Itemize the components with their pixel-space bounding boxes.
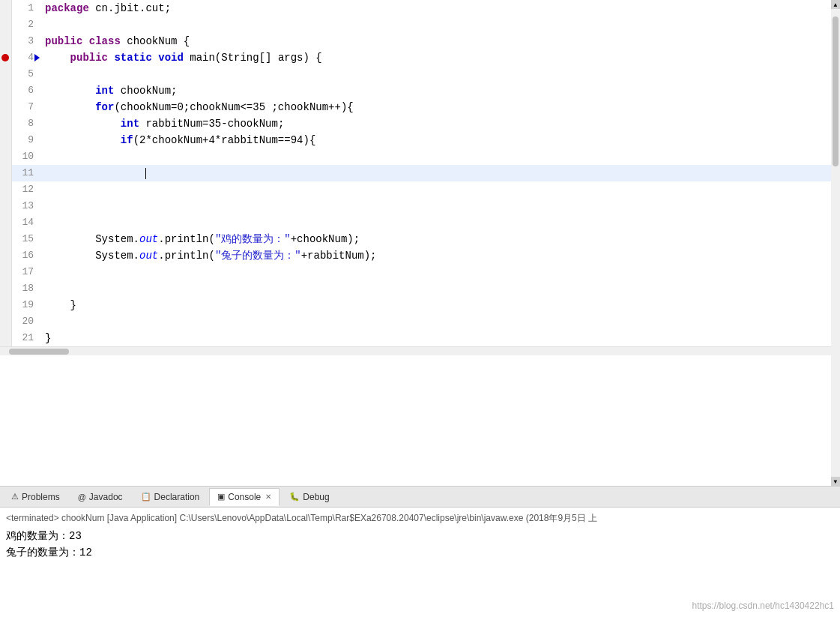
scroll-thumb[interactable] — [833, 16, 839, 166]
vertical-scrollbar[interactable]: ▲ ▼ — [831, 0, 840, 486]
javadoc-tab-icon: @ — [78, 493, 86, 502]
code-table: 1package cn.jbit.cut;23public class choo… — [0, 0, 831, 346]
line-number-18: 18 — [11, 280, 41, 297]
line-content-21[interactable]: } — [41, 330, 831, 346]
line-content-2[interactable] — [41, 16, 831, 33]
line-content-18[interactable] — [41, 280, 831, 297]
line-number-3: 3 — [11, 33, 41, 49]
editor-container: 1package cn.jbit.cut;23public class choo… — [0, 0, 840, 617]
breakpoint-col-4 — [0, 49, 11, 66]
line-number-12: 12 — [11, 181, 41, 198]
scroll-down-arrow[interactable]: ▼ — [831, 477, 840, 486]
console-output-line: 兔子的数量为：12 — [6, 544, 834, 561]
code-line-6[interactable]: 6 int chookNum; — [0, 82, 831, 99]
bookmark-indicator-4 — [34, 54, 40, 61]
code-line-10[interactable]: 10 — [0, 148, 831, 165]
declaration-tab-label: Declaration — [154, 492, 200, 502]
line-content-20[interactable] — [41, 313, 831, 330]
code-line-1[interactable]: 1package cn.jbit.cut; — [0, 0, 831, 16]
scroll-up-arrow[interactable]: ▲ — [831, 0, 840, 9]
console-tab-label: Console — [228, 492, 261, 502]
tab-javadoc[interactable]: @Javadoc — [70, 488, 131, 506]
code-line-15[interactable]: 15 System.out.println("鸡的数量为："+chookNum)… — [0, 231, 831, 247]
code-line-20[interactable]: 20 — [0, 313, 831, 330]
tab-problems[interactable]: ⚠Problems — [3, 488, 68, 506]
breakpoint-col-2 — [0, 16, 11, 33]
line-content-7[interactable]: for(chookNum=0;chookNum<=35 ;chookNum++)… — [41, 99, 831, 115]
line-number-4: 4 — [11, 49, 41, 66]
code-line-5[interactable]: 5 — [0, 66, 831, 82]
debug-tab-label: Debug — [303, 492, 329, 502]
line-content-4[interactable]: public static void main(String[] args) { — [41, 49, 831, 66]
line-content-12[interactable] — [41, 181, 831, 198]
line-content-16[interactable]: System.out.println("兔子的数量为："+rabbitNum); — [41, 247, 831, 264]
breakpoint-col-14 — [0, 214, 11, 231]
console-terminated-line: <terminated> chookNum [Java Application]… — [6, 511, 834, 528]
breakpoint-col-9 — [0, 132, 11, 148]
breakpoint-col-8 — [0, 115, 11, 132]
line-content-9[interactable]: if(2*chookNum+4*rabbitNum==94){ — [41, 132, 831, 148]
problems-tab-label: Problems — [22, 492, 60, 502]
line-number-6: 6 — [11, 82, 41, 99]
watermark-text: https://blog.csdn.net/hc1430422hc1 — [692, 601, 834, 611]
breakpoint-col-1 — [0, 0, 11, 16]
code-line-18[interactable]: 18 — [0, 280, 831, 297]
line-content-11[interactable] — [41, 165, 831, 181]
line-number-8: 8 — [11, 115, 41, 132]
breakpoint-col-16 — [0, 247, 11, 264]
breakpoint-col-20 — [0, 313, 11, 330]
code-line-4[interactable]: 4 public static void main(String[] args)… — [0, 49, 831, 66]
horizontal-scrollbar[interactable] — [0, 346, 831, 355]
line-number-5: 5 — [11, 66, 41, 82]
line-content-10[interactable] — [41, 148, 831, 165]
code-line-14[interactable]: 14 — [0, 214, 831, 231]
line-number-17: 17 — [11, 264, 41, 280]
line-content-15[interactable]: System.out.println("鸡的数量为："+chookNum); — [41, 231, 831, 247]
line-content-19[interactable]: } — [41, 297, 831, 313]
breakpoint-col-19 — [0, 297, 11, 313]
console-tab-close[interactable]: ✕ — [265, 493, 271, 501]
breakpoint-col-5 — [0, 66, 11, 82]
line-content-5[interactable] — [41, 66, 831, 82]
line-number-15: 15 — [11, 231, 41, 247]
code-line-2[interactable]: 2 — [0, 16, 831, 33]
code-line-19[interactable]: 19 } — [0, 297, 831, 313]
code-line-13[interactable]: 13 — [0, 198, 831, 214]
breakpoint-col-17 — [0, 264, 11, 280]
line-content-14[interactable] — [41, 214, 831, 231]
line-content-8[interactable]: int rabbitNum=35-chookNum; — [41, 115, 831, 132]
line-number-19: 19 — [11, 297, 41, 313]
line-number-21: 21 — [11, 330, 41, 346]
breakpoint-col-12 — [0, 181, 11, 198]
code-line-8[interactable]: 8 int rabbitNum=35-chookNum; — [0, 115, 831, 132]
console-tab-icon: ▣ — [217, 492, 225, 502]
h-scroll-thumb[interactable] — [9, 349, 69, 355]
tab-declaration[interactable]: 📋Declaration — [133, 488, 208, 506]
code-line-16[interactable]: 16 System.out.println("兔子的数量为："+rabbitNu… — [0, 247, 831, 264]
line-content-17[interactable] — [41, 264, 831, 280]
debug-tab-icon: 🐛 — [289, 492, 300, 502]
breakpoint-col-13 — [0, 198, 11, 214]
tab-debug[interactable]: 🐛Debug — [281, 488, 337, 506]
console-output-line: 鸡的数量为：23 — [6, 528, 834, 544]
code-scroll-area[interactable]: 1package cn.jbit.cut;23public class choo… — [0, 0, 831, 486]
breakpoint-col-18 — [0, 280, 11, 297]
line-number-11: 11 — [11, 165, 41, 181]
tab-console[interactable]: ▣Console✕ — [209, 488, 280, 506]
code-line-17[interactable]: 17 — [0, 264, 831, 280]
line-content-6[interactable]: int chookNum; — [41, 82, 831, 99]
line-number-9: 9 — [11, 132, 41, 148]
code-line-7[interactable]: 7 for(chookNum=0;chookNum<=35 ;chookNum+… — [0, 99, 831, 115]
line-content-3[interactable]: public class chookNum { — [41, 33, 831, 49]
code-line-3[interactable]: 3public class chookNum { — [0, 33, 831, 49]
javadoc-tab-label: Javadoc — [89, 492, 123, 502]
line-content-13[interactable] — [41, 198, 831, 214]
line-number-14: 14 — [11, 214, 41, 231]
breakpoint-dot-4 — [1, 54, 9, 61]
code-line-21[interactable]: 21} — [0, 330, 831, 346]
code-line-11[interactable]: 11 — [0, 165, 831, 181]
code-line-12[interactable]: 12 — [0, 181, 831, 198]
breakpoint-col-3 — [0, 33, 11, 49]
line-content-1[interactable]: package cn.jbit.cut; — [41, 0, 831, 16]
code-line-9[interactable]: 9 if(2*chookNum+4*rabbitNum==94){ — [0, 132, 831, 148]
